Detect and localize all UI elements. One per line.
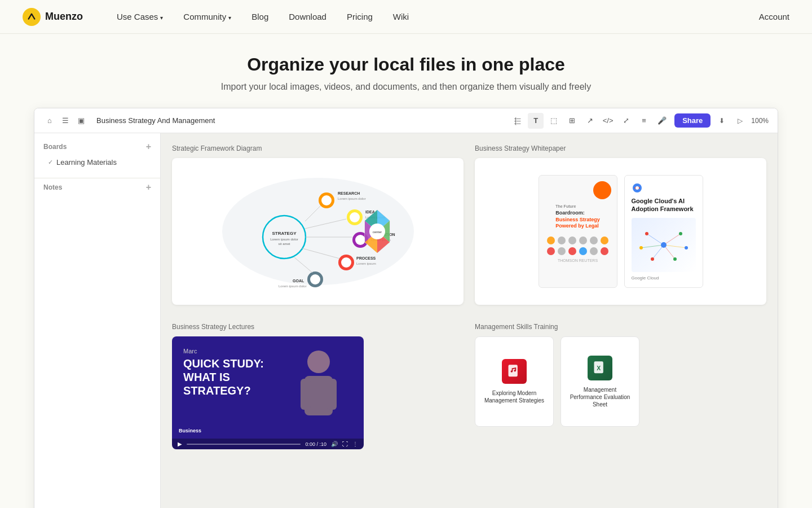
orange-dot (593, 181, 611, 199)
mgmt-item-music[interactable]: Exploring Modern Management Strategies (475, 336, 554, 427)
video-text: Marc QUICK STUDY:WHAT ISSTRATEGY? (172, 336, 275, 409)
sidebar: Boards + ✓ Learning Materials Notes + (34, 133, 161, 508)
svg-rect-50 (326, 379, 337, 410)
sidebar-notes-section: Notes + (34, 183, 160, 192)
arrow-tool[interactable]: ↗ (582, 113, 598, 129)
hero-title: Organize your local files in one place (11, 54, 801, 75)
section-label-4: Management Skills Training (475, 323, 766, 331)
code-tool[interactable]: </> (600, 113, 616, 129)
svg-text:STRATEGY: STRATEGY (272, 231, 297, 236)
svg-point-44 (685, 246, 688, 249)
zoom-level[interactable]: 100% (751, 117, 769, 125)
svg-line-35 (664, 234, 681, 245)
video-time: 0:00 / :10 (305, 441, 326, 447)
svg-point-6 (321, 195, 332, 205)
sidebar-divider (34, 178, 160, 178)
app-toolbar: ⌂ ☰ ▣ Business Strategy And Management ⬱… (34, 108, 778, 133)
nav-pricing[interactable]: Pricing (347, 12, 373, 21)
nav-download[interactable]: Download (289, 12, 326, 21)
sidebar-item-learning-materials[interactable]: ✓ Learning Materials (43, 156, 151, 169)
video-inner: Marc QUICK STUDY:WHAT ISSTRATEGY? (172, 336, 364, 449)
toolbar-tools: ⬱ T ⬚ ⊞ ↗ </> ⤢ ≡ 🎤 (510, 113, 670, 129)
sidebar-toggle-icon[interactable]: ▣ (75, 115, 87, 127)
lectures-section: Business Strategy Lectures Marc QUICK ST… (172, 323, 464, 449)
logo[interactable]: Muenzo (23, 8, 83, 26)
cursor-tool[interactable]: ⬱ (510, 113, 526, 129)
add-note-button[interactable]: + (146, 183, 151, 192)
svg-rect-51 (509, 365, 518, 376)
play-icon[interactable]: ▷ (733, 114, 747, 128)
resize-tool[interactable]: ⤢ (618, 113, 634, 129)
app-frame: ⌂ ☰ ▣ Business Strategy And Management ⬱… (34, 108, 778, 508)
svg-point-42 (679, 232, 682, 235)
strategic-framework-card[interactable]: STRATEGY Lorem ipsum dolor sit amet RESE… (172, 158, 464, 305)
svg-point-53 (514, 370, 516, 372)
add-board-button[interactable]: + (146, 142, 151, 151)
svg-text:sit amet: sit amet (278, 242, 290, 246)
strategy-diagram: STRATEGY Lorem ipsum dolor sit amet RESE… (211, 169, 425, 294)
svg-text:center: center (372, 230, 382, 234)
management-section: Management Skills Training (475, 323, 766, 449)
music-file-icon (502, 359, 527, 384)
svg-text:Lorem ipsum: Lorem ipsum (356, 262, 376, 265)
mic-tool[interactable]: 🎤 (654, 113, 670, 129)
excel-file-icon: X (588, 356, 612, 380)
sidebar-boards-section: Boards + ✓ Learning Materials (34, 142, 160, 169)
section-label-2: Business Strategy Whitepaper (475, 144, 766, 152)
mgmt-item-excel[interactable]: X Management Performance Evaluation Shee… (561, 336, 639, 427)
brand-name: Muenzo (45, 11, 83, 23)
wp-dots (545, 237, 611, 255)
svg-point-43 (639, 246, 643, 249)
svg-point-16 (355, 235, 365, 245)
svg-line-36 (641, 245, 664, 248)
chevron-down-icon (160, 12, 163, 21)
download-icon[interactable]: ⬇ (715, 114, 729, 128)
wp-title: The Future Boardroom: Business Strategy … (555, 204, 600, 230)
grid-tool[interactable]: ⊞ (564, 113, 580, 129)
image-tool[interactable]: ⬚ (546, 113, 562, 129)
home-icon[interactable]: ⌂ (43, 115, 56, 127)
play-button[interactable]: ▶ (178, 441, 182, 447)
svg-text:GOAL: GOAL (293, 279, 304, 283)
align-tool[interactable]: ≡ (636, 113, 652, 129)
nav-links: Use Cases Community Blog Download Pricin… (117, 12, 759, 21)
video-person (290, 348, 347, 432)
canvas[interactable]: Strategic Framework Diagram STRATEGY Lor… (161, 133, 778, 508)
check-icon: ✓ (48, 159, 53, 166)
nav-wiki[interactable]: Wiki (393, 12, 409, 21)
svg-point-41 (645, 232, 648, 235)
toolbar-nav-icons: ⌂ ☰ ▣ (43, 115, 87, 127)
svg-text:Lorem ipsum dolor: Lorem ipsum dolor (338, 197, 366, 200)
nav-blog[interactable]: Blog (251, 12, 268, 21)
nav-account[interactable]: Account (759, 12, 789, 21)
mgmt-text-1: Exploring Modern Management Strategies (482, 389, 546, 404)
text-tool[interactable]: T (528, 113, 544, 129)
svg-point-26 (310, 274, 320, 284)
hero-section: Organize your local files in one place I… (0, 34, 812, 108)
progress-bar[interactable] (187, 444, 301, 445)
volume-icon[interactable]: 🔊 (331, 441, 338, 447)
nav-community[interactable]: Community (183, 12, 231, 21)
fullscreen-icon[interactable]: ⛶ (342, 441, 348, 447)
share-button[interactable]: Share (674, 113, 710, 128)
gc-footer: Google Cloud (632, 275, 696, 281)
svg-text:Lorem ipsum dolor: Lorem ipsum dolor (270, 238, 298, 241)
boardroom-whitepaper: The Future Boardroom: Business Strategy … (539, 175, 617, 288)
strategic-framework-section: Strategic Framework Diagram STRATEGY Lor… (172, 144, 464, 305)
video-card[interactable]: Marc QUICK STUDY:WHAT ISSTRATEGY? (172, 336, 364, 449)
gc-diagram (632, 218, 696, 272)
logo-icon (23, 8, 41, 26)
canvas-inner: Strategic Framework Diagram STRATEGY Lor… (172, 144, 766, 449)
list-icon[interactable]: ☰ (59, 115, 72, 127)
nav-use-cases[interactable]: Use Cases (117, 12, 163, 21)
chevron-down-icon (228, 12, 231, 21)
section-label-3: Business Strategy Lectures (172, 323, 464, 331)
gc-title: Google Cloud's AI Adoption Framework (632, 197, 696, 213)
svg-text:RESEARCH: RESEARCH (338, 191, 360, 195)
more-options-icon[interactable]: ⋮ (352, 441, 358, 447)
svg-rect-49 (301, 379, 311, 410)
video-controls: ▶ 0:00 / :10 🔊 ⛶ ⋮ (172, 439, 364, 449)
video-title: QUICK STUDY:WHAT ISSTRATEGY? (183, 357, 264, 397)
whitepaper-card[interactable]: The Future Boardroom: Business Strategy … (475, 158, 766, 305)
svg-point-33 (636, 186, 639, 190)
